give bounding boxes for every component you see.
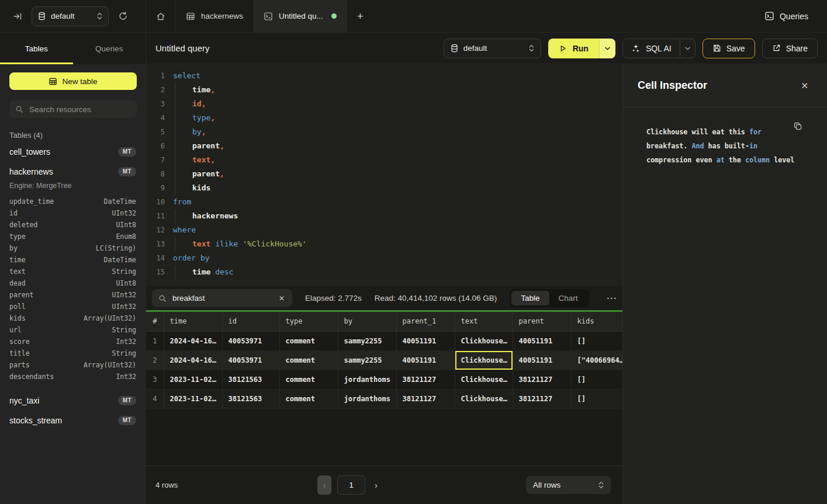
- table-column-url[interactable]: urlString: [9, 324, 136, 336]
- sidebar-table-cell_towers[interactable]: cell_towersMT: [9, 142, 136, 162]
- next-page-button[interactable]: ›: [371, 480, 381, 490]
- page-number-input[interactable]: [337, 475, 365, 495]
- cell[interactable]: Clickhouse…: [455, 331, 513, 350]
- topbar-database-selector[interactable]: default: [32, 6, 109, 26]
- row-number[interactable]: 1: [146, 331, 164, 350]
- previous-page-button[interactable]: ‹: [317, 475, 331, 495]
- new-table-button[interactable]: New table: [9, 72, 137, 90]
- run-button[interactable]: Run: [548, 39, 615, 58]
- close-inspector-button[interactable]: ✕: [797, 80, 812, 92]
- table-column-score[interactable]: scoreInt32: [9, 336, 136, 347]
- column-header-time[interactable]: time: [164, 312, 222, 331]
- cell[interactable]: 38121563: [222, 389, 279, 408]
- cell[interactable]: 40051191: [513, 350, 571, 370]
- cell[interactable]: []: [571, 370, 622, 389]
- sidebar-table-stocks_stream[interactable]: stocks_streamMT: [9, 411, 136, 430]
- column-header-type[interactable]: type: [279, 312, 338, 331]
- table-column-parts[interactable]: partsArray(UInt32): [9, 359, 136, 371]
- cell[interactable]: 40051191: [396, 331, 455, 350]
- row-number[interactable]: 2: [146, 350, 164, 370]
- results-search-input[interactable]: [171, 293, 273, 303]
- cell[interactable]: Clickhouse…: [455, 389, 513, 408]
- table-column-dead[interactable]: deadUInt8: [9, 277, 136, 289]
- refresh-button[interactable]: [118, 11, 128, 21]
- cell[interactable]: 2024-04-16…: [164, 350, 222, 370]
- sql-editor[interactable]: 1select2time,3id,4type,5by,6parent,7text…: [146, 64, 622, 286]
- table-column-id[interactable]: idUInt32: [9, 207, 136, 219]
- view-toggle-table[interactable]: Table: [511, 291, 549, 305]
- column-header-index[interactable]: #: [146, 312, 164, 331]
- query-database-selector[interactable]: default: [444, 39, 541, 58]
- cell[interactable]: 2024-04-16…: [164, 331, 222, 350]
- cell[interactable]: comment: [279, 350, 338, 370]
- sql-ai-button[interactable]: SQL AI: [622, 39, 695, 58]
- sidebar-tab-queries[interactable]: Queries: [73, 33, 146, 64]
- queries-button[interactable]: Queries: [761, 11, 812, 22]
- table-column-poll[interactable]: pollUInt32: [9, 301, 136, 312]
- table-column-deleted[interactable]: deletedUInt8: [9, 219, 136, 231]
- table-column-parent[interactable]: parentUInt32: [9, 289, 136, 301]
- cell[interactable]: 38121563: [222, 370, 279, 389]
- selected-cell[interactable]: Clickhouse…: [455, 350, 513, 370]
- cell[interactable]: comment: [279, 331, 338, 350]
- tab-hackernews[interactable]: hackernews: [176, 0, 254, 32]
- table-column-type[interactable]: typeEnum8: [9, 231, 136, 242]
- cell[interactable]: sammy2255: [338, 350, 396, 370]
- table-column-kids[interactable]: kidsArray(UInt32): [9, 312, 136, 324]
- cell[interactable]: 38121127: [513, 370, 571, 389]
- cell[interactable]: 2023-11-02…: [164, 370, 222, 389]
- table-column-descendants[interactable]: descendantsInt32: [9, 371, 136, 383]
- column-header-parent[interactable]: parent: [513, 312, 571, 331]
- cell[interactable]: ["40066964…: [571, 350, 622, 370]
- cell[interactable]: comment: [279, 389, 338, 408]
- search-resources-input[interactable]: [28, 105, 131, 114]
- column-header-text[interactable]: text: [455, 312, 513, 331]
- table-column-time[interactable]: timeDateTime: [9, 254, 136, 266]
- cell-inspector-body: Clickhouse will eat this for breakfast. …: [623, 107, 827, 504]
- tab-home[interactable]: [146, 0, 176, 32]
- cell[interactable]: 40053971: [222, 331, 279, 350]
- sql-ai-options-caret[interactable]: [680, 39, 695, 58]
- column-header-kids[interactable]: kids: [571, 312, 622, 331]
- results-more-button[interactable]: ⋯: [602, 292, 622, 304]
- cell[interactable]: 38121127: [513, 389, 571, 408]
- table-column-title[interactable]: titleString: [9, 347, 136, 359]
- new-tab-button[interactable]: +: [347, 0, 373, 32]
- cell[interactable]: 38121127: [396, 389, 455, 408]
- cell[interactable]: jordanthoms: [338, 370, 396, 389]
- tab-untitled-query[interactable]: Untitled qu...: [254, 0, 347, 32]
- indent-guide: [175, 139, 192, 153]
- clear-search-button[interactable]: ✕: [278, 294, 286, 303]
- cell[interactable]: 40051191: [396, 350, 455, 370]
- column-header-by[interactable]: by: [338, 312, 396, 331]
- column-header-id[interactable]: id: [222, 312, 279, 331]
- cell[interactable]: jordanthoms: [338, 389, 396, 408]
- cell[interactable]: sammy2255: [338, 331, 396, 350]
- run-options-caret[interactable]: [599, 39, 615, 58]
- cell[interactable]: comment: [279, 370, 338, 389]
- view-toggle-chart[interactable]: Chart: [549, 291, 587, 305]
- column-header-parent_1[interactable]: parent_1: [396, 312, 455, 331]
- row-number[interactable]: 4: [146, 389, 164, 408]
- table-column-by[interactable]: byLC(String): [9, 242, 136, 254]
- sql-ai-button-main[interactable]: SQL AI: [623, 39, 680, 58]
- table-column-update_time[interactable]: update_timeDateTime: [9, 196, 136, 207]
- run-button-main[interactable]: Run: [548, 39, 599, 58]
- cell[interactable]: 2023-11-02…: [164, 389, 222, 408]
- cell[interactable]: []: [571, 331, 622, 350]
- save-button[interactable]: Save: [703, 39, 755, 58]
- cell[interactable]: 38121127: [396, 370, 455, 389]
- page-size-selector[interactable]: All rows: [526, 476, 611, 494]
- cell[interactable]: 40051191: [513, 331, 571, 350]
- sidebar-tab-tables[interactable]: Tables: [0, 33, 73, 64]
- sidebar-table-nyc_taxi[interactable]: nyc_taxiMT: [9, 391, 136, 411]
- cell[interactable]: []: [571, 389, 622, 408]
- cell[interactable]: 40053971: [222, 350, 279, 370]
- table-column-text[interactable]: textString: [9, 266, 136, 277]
- copy-cell-button[interactable]: [793, 121, 802, 131]
- sidebar-table-hackernews[interactable]: hackernewsMT: [9, 162, 136, 182]
- collapse-sidebar-button[interactable]: [13, 12, 22, 21]
- cell[interactable]: Clickhouse…: [455, 370, 513, 389]
- share-button[interactable]: Share: [762, 39, 818, 58]
- row-number[interactable]: 3: [146, 370, 164, 389]
